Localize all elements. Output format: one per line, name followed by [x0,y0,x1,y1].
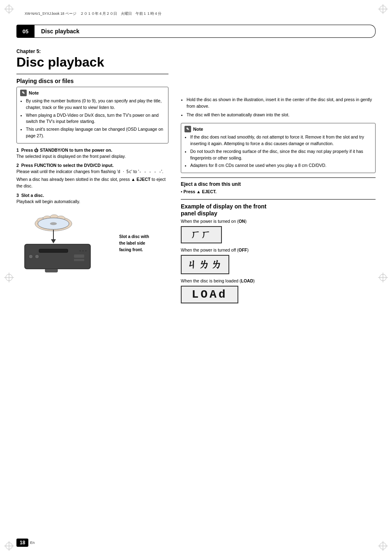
display-text-on: ㄏㄏ [191,229,212,241]
display-screen-on: ㄏㄏ [181,226,222,243]
step-1-heading: 1 Press ⏻ STANDBY/ON to turn the power o… [16,148,168,153]
svg-point-24 [50,222,57,225]
page-footer: 18 En [16,539,35,547]
right-column: Hold the disc as shown in the illustrati… [181,74,376,530]
display-screen-off: ㄐㄌㄌ [181,255,229,274]
display-on-label: When the power is turned on (ON) [181,219,376,224]
right-bullets: Hold the disc as shown in the illustrati… [181,97,376,118]
main-content: Chapter 5: Disc playback Playing discs o… [16,41,376,530]
display-section-title: Example of display on the frontpanel dis… [181,203,376,217]
right-bullet-1: Hold the disc as shown in the illustrati… [187,97,376,110]
note-item-2-2: Do not touch the recording surface of th… [190,148,372,162]
two-col-layout: Playing discs or files ✎ Note By using t… [16,74,376,530]
svg-rect-32 [74,259,84,261]
note-label-1: Note [29,90,39,95]
chapter-badge: 05 [16,25,35,38]
disc-label-text: Slot a disc withthe label sidefacing fro… [119,234,168,253]
svg-point-34 [83,250,84,252]
note-item-1-1: By using the number buttons (0 to 9), yo… [26,98,165,111]
section-divider-display [181,199,376,200]
section-divider-left [16,74,168,74]
step-2-heading: 2 Press FUNCTION to select the DVD/CD in… [16,163,168,168]
note-icon-2: ✎ [184,126,191,132]
display-examples-section: Example of display on the frontpanel dis… [181,199,376,308]
step-1-body: The selected input is displayed on the f… [16,153,168,160]
display-off-label: When the power is turned off (OFF) [181,247,376,252]
reg-mark-tl [4,4,14,14]
page-lang: En [30,541,35,545]
svg-point-30 [35,254,39,259]
step-1: 1 Press ⏻ STANDBY/ON to turn the power o… [16,148,168,160]
reg-mark-mid-r [378,273,388,282]
note-item-2-1: If the disc does not load smoothly, do n… [190,134,372,147]
eject-section: Eject a disc from this unit • Press ▲ EJ… [181,177,376,194]
header-title: Disc playback [41,28,79,35]
left-column: Playing discs or files ✎ Note By using t… [16,74,168,530]
note-item-1-3: This unit's screen display language can … [26,126,165,139]
step-2-body1: Please wait until the indicator changes … [16,169,168,175]
chapter-label: Chapter 5: [16,49,376,54]
step-3-heading: 3 Slot a disc. [16,193,168,198]
note-header-2: ✎ Note [184,126,372,132]
step-2-number: 2 [16,163,21,168]
page-number: 18 [16,539,28,547]
svg-point-29 [29,254,33,259]
step-2-body2: When a disc has already been slotted in … [16,176,168,190]
header-bar: 05 Disc playback [16,25,376,38]
chapter-title: Disc playback [16,55,376,69]
svg-rect-31 [74,254,84,258]
svg-point-33 [80,250,81,252]
step-1-text: Press ⏻ STANDBY/ON to turn the power on. [21,148,112,153]
header-title-wrap: Disc playback [35,25,376,38]
svg-marker-26 [51,239,56,243]
svg-point-35 [85,250,87,252]
note-icon-1: ✎ [20,90,27,96]
note-box-1: ✎ Note By using the number buttons (0 to… [16,87,168,143]
step-3: 3 Slot a disc. Playback will begin autom… [16,193,168,205]
note-header-1: ✎ Note [20,90,165,96]
reg-mark-mid-l [4,273,14,282]
display-screen-load: LOAd [181,286,238,303]
step-3-text: Slot a disc. [21,193,44,198]
section-divider-eject [181,177,376,178]
reg-mark-bl [4,541,14,551]
step-2-text: Press FUNCTION to select the DVD/CD inpu… [21,163,114,168]
note-item-1-2: When playing a DVD-Video or DivX discs, … [26,112,165,125]
section-title-left: Playing discs or files [16,78,168,84]
display-text-load: LOAd [191,288,227,301]
file-note: XW-NAV1_SYXJ.book 18 ページ ２０１０年４月２０日 火曜日 … [25,12,161,16]
reg-mark-tr [378,4,388,14]
eject-text: • Press ▲ EJECT. [181,189,376,194]
step-3-body: Playback will begin automatically. [16,199,168,205]
note-box-2: ✎ Note If the disc does not load smoothl… [181,123,376,173]
reg-mark-br [378,541,388,551]
note-list-1: By using the number buttons (0 to 9), yo… [20,98,165,139]
disc-illustration: Slot a disc withthe label sidefacing fro… [16,209,168,279]
svg-rect-28 [39,249,68,252]
note-label-2: Note [193,127,203,132]
note-list-2: If the disc does not load smoothly, do n… [184,134,372,169]
step-2: 2 Press FUNCTION to select the DVD/CD in… [16,163,168,189]
right-bullet-2: The disc will then be automatically draw… [187,112,376,118]
step-1-number: 1 [16,148,21,153]
note-item-2-3: Adapters for 8 cm CDs cannot be used whe… [190,162,372,169]
step-3-number: 3 [16,193,21,198]
eject-title: Eject a disc from this unit [181,181,376,187]
svg-rect-36 [45,269,58,272]
page: XW-NAV1_SYXJ.book 18 ページ ２０１０年４月２０日 火曜日 … [0,0,392,555]
display-load-label: When the disc is being loaded (LOAD) [181,278,376,283]
display-text-off: ㄐㄌㄌ [187,257,224,272]
disc-svg [16,211,99,274]
